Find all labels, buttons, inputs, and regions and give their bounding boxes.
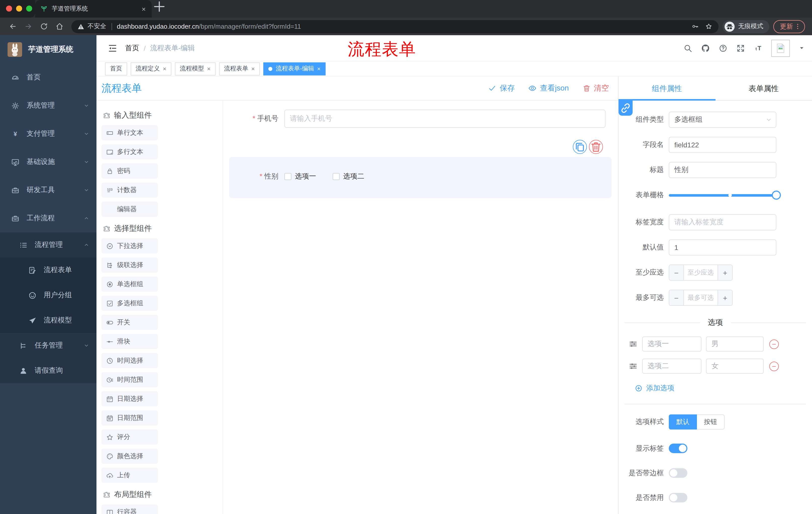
component-type-select[interactable]: 多选框组: [669, 112, 776, 128]
back-icon[interactable]: [8, 22, 17, 31]
tab-form-props[interactable]: 表单属性: [715, 77, 812, 101]
new-tab-button[interactable]: [152, 0, 167, 18]
label-width-input[interactable]: 请输入标签宽度: [669, 214, 776, 231]
sidebar-item-11[interactable]: 任务管理: [0, 333, 96, 358]
sidebar-item-10[interactable]: 流程模型: [0, 308, 96, 333]
default-value-input[interactable]: 1: [669, 239, 776, 255]
sidebar-item-3[interactable]: ¥支付管理: [0, 120, 96, 148]
sidebar-item-6[interactable]: 工作流程: [0, 204, 96, 232]
breadcrumb-home[interactable]: 首页: [125, 44, 139, 53]
delete-component-button[interactable]: [589, 140, 603, 154]
avatar-caret-icon[interactable]: [799, 45, 805, 51]
option-style-default-button[interactable]: 默认: [669, 414, 697, 430]
browser-update-button[interactable]: 更新: [773, 20, 805, 33]
palette-item[interactable]: 行容器: [102, 505, 158, 514]
palette-item[interactable]: 多选框组: [102, 296, 158, 311]
github-icon[interactable]: [701, 44, 710, 53]
bookmark-star-icon[interactable]: [705, 23, 713, 30]
help-icon[interactable]: [719, 44, 728, 53]
tab-component-props[interactable]: 组件属性: [618, 77, 715, 101]
add-option-button[interactable]: 添加选项: [635, 384, 812, 393]
toggle-switch[interactable]: [669, 468, 687, 478]
palette-item[interactable]: 滑块: [102, 334, 158, 349]
palette-item[interactable]: 颜色选择: [102, 449, 158, 464]
duplicate-component-button[interactable]: [573, 140, 587, 154]
palette-item[interactable]: 密码: [102, 163, 158, 179]
close-icon[interactable]: ×: [317, 65, 321, 72]
reload-icon[interactable]: [40, 22, 48, 31]
browser-tab[interactable]: 芋道管理系统 ×: [35, 0, 152, 18]
not-secure-warning-icon[interactable]: [77, 23, 84, 30]
key-icon[interactable]: [691, 23, 699, 30]
form-canvas[interactable]: 手机号 请输入手机号 性别 选项一选项二: [223, 101, 618, 514]
palette-item[interactable]: 下拉选择: [102, 238, 158, 253]
palette-item[interactable]: 时间选择: [102, 353, 158, 368]
palette-item[interactable]: 123计数器: [102, 183, 158, 198]
address-bar[interactable]: 不安全 dashboard.yudao.iocoder.cn /bpm/mana…: [71, 20, 719, 33]
sidebar-item-5[interactable]: 研发工具: [0, 176, 96, 204]
grid-slider[interactable]: [669, 187, 776, 203]
fullscreen-icon[interactable]: [736, 44, 745, 53]
palette-item[interactable]: 开关: [102, 315, 158, 330]
palette-item[interactable]: 时间范围: [102, 372, 158, 387]
checkbox-box[interactable]: [284, 173, 291, 180]
sidebar-item-9[interactable]: 用户分组: [0, 283, 96, 308]
slider-handle[interactable]: [772, 191, 781, 200]
gender-checkbox-1[interactable]: 选项一: [284, 172, 316, 181]
stepper-plus-icon[interactable]: +: [718, 265, 732, 280]
checkbox-box[interactable]: [332, 173, 340, 180]
tag-view-5[interactable]: 流程表单-编辑×: [263, 62, 326, 75]
field-name-input[interactable]: field122: [669, 137, 776, 153]
stepper-minus-icon[interactable]: −: [669, 290, 684, 305]
palette-item[interactable]: 多行文本: [102, 144, 158, 159]
search-icon[interactable]: [684, 44, 692, 53]
palette-item[interactable]: 日期选择: [102, 391, 158, 406]
palette-item[interactable]: 日期范围: [102, 410, 158, 426]
sidebar-item-2[interactable]: 系统管理: [0, 91, 96, 120]
option-value-input[interactable]: 女: [706, 359, 764, 374]
min-checked-stepper[interactable]: − 至少应选 +: [669, 265, 733, 281]
kebab-menu-icon[interactable]: [794, 23, 802, 30]
font-size-icon[interactable]: tT: [754, 44, 763, 53]
option-value-input[interactable]: 男: [706, 336, 764, 352]
zoom-window-button[interactable]: [26, 5, 32, 11]
tag-view-2[interactable]: 流程定义×: [130, 62, 171, 75]
palette-item[interactable]: 单选框组: [102, 277, 158, 292]
close-icon[interactable]: ×: [207, 65, 210, 72]
remove-option-button[interactable]: −: [769, 361, 779, 371]
sidebar-item-8[interactable]: 流程表单: [0, 258, 96, 283]
max-checked-stepper[interactable]: − 最多可选 +: [669, 290, 733, 306]
tag-view-1[interactable]: 首页: [105, 62, 127, 75]
toggle-switch[interactable]: [669, 443, 687, 453]
home-icon[interactable]: [55, 22, 64, 31]
close-window-button[interactable]: [6, 5, 12, 11]
drag-handle-icon[interactable]: [629, 361, 638, 371]
gender-checkbox-2[interactable]: 选项二: [332, 172, 364, 181]
sidebar-item-7[interactable]: 流程管理: [0, 232, 96, 258]
palette-item[interactable]: 编辑器: [102, 202, 158, 217]
option-label-input[interactable]: 选项二: [642, 359, 701, 374]
save-button[interactable]: 保存: [488, 83, 515, 93]
close-icon[interactable]: ×: [163, 65, 166, 72]
stepper-minus-icon[interactable]: −: [669, 265, 684, 280]
toggle-switch[interactable]: [669, 493, 687, 503]
phone-input[interactable]: 请输入手机号: [284, 110, 606, 128]
link-badge[interactable]: [618, 101, 633, 116]
sidebar-item-1[interactable]: 首页: [0, 63, 96, 91]
tab-close-icon[interactable]: ×: [141, 5, 147, 13]
avatar[interactable]: [771, 39, 790, 57]
sidebar-item-12[interactable]: 请假查询: [0, 358, 96, 383]
canvas-field-gender-selected[interactable]: 性别 选项一选项二: [229, 157, 611, 198]
palette-item[interactable]: 上传: [102, 468, 158, 483]
sidebar-item-4[interactable]: 基础设施: [0, 148, 96, 176]
clear-button[interactable]: 清空: [582, 83, 609, 93]
forward-icon[interactable]: [24, 22, 33, 31]
view-json-button[interactable]: 查看json: [528, 83, 569, 93]
palette-item[interactable]: 评分: [102, 430, 158, 444]
option-label-input[interactable]: 选项一: [642, 336, 701, 352]
remove-option-button[interactable]: −: [769, 339, 779, 349]
option-style-button-button[interactable]: 按钮: [697, 414, 725, 430]
palette-item[interactable]: 级联选择: [102, 258, 158, 273]
palette-item[interactable]: 单行文本: [102, 125, 158, 140]
close-icon[interactable]: ×: [251, 65, 255, 72]
